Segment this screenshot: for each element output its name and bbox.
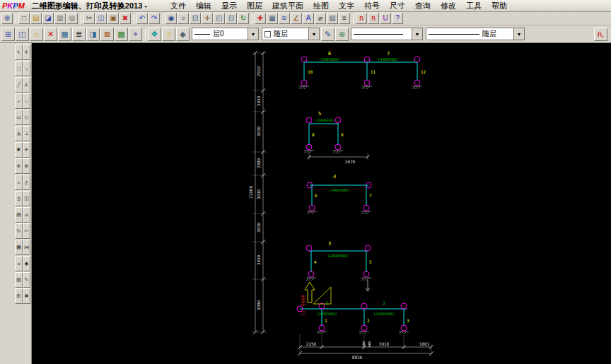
node-circle[interactable] — [363, 271, 369, 277]
drawing-text[interactable]: 6 — [315, 193, 318, 198]
paste-icon[interactable]: ▣ — [107, 13, 119, 24]
drawing-text[interactable]: 1001 — [419, 341, 430, 346]
support-symbol[interactable] — [317, 331, 327, 334]
support-symbol[interactable] — [362, 86, 372, 89]
support-symbol[interactable] — [399, 331, 409, 334]
drawing-text[interactable]: 2670 — [345, 159, 356, 164]
linewidth-combo[interactable]: 随层 ▼ — [426, 28, 525, 40]
drawing-text[interactable]: 3030 — [256, 95, 261, 106]
edit-linetype-icon[interactable]: ✎ — [321, 28, 334, 41]
drawing-text[interactable]: 7 — [387, 51, 390, 57]
drawing-text[interactable]: 3 — [407, 318, 409, 323]
drawing-text[interactable]: 3030 — [256, 189, 261, 199]
grid-tool-icon[interactable]: ▦ — [15, 240, 23, 255]
angle-icon[interactable]: ∠ — [23, 77, 30, 93]
arrow-symbol[interactable] — [305, 282, 315, 303]
wave-icon[interactable]: ≈ — [15, 175, 23, 190]
box-icon[interactable]: ▭ — [15, 110, 23, 125]
plus-icon[interactable]: ✛ — [23, 45, 30, 60]
arc-icon[interactable]: ∩ — [23, 93, 30, 109]
window-tool-icon[interactable]: ⊞ — [15, 288, 23, 304]
support-symbol[interactable] — [361, 278, 371, 281]
drawing-text[interactable]: 3910 — [379, 341, 390, 346]
view-previous-icon[interactable]: ◰ — [214, 13, 225, 24]
close-region-icon[interactable]: ⊠ — [100, 28, 114, 41]
support-symbol[interactable] — [307, 211, 317, 214]
corner-icon[interactable]: ⌐ — [15, 93, 23, 109]
delete-icon[interactable]: ✖ — [120, 13, 131, 24]
add-entity-icon[interactable]: ✚ — [255, 13, 266, 24]
zoom-in-icon[interactable]: ◉ — [165, 13, 177, 24]
drawing-text[interactable]: 3090 — [256, 300, 261, 310]
drawing-text[interactable]: 21000 — [248, 186, 253, 199]
node-circle[interactable] — [301, 80, 307, 86]
rotate-tool-icon[interactable]: ↻ — [15, 223, 23, 239]
drawing-text[interactable]: (240X600) — [319, 57, 340, 61]
drawing-text[interactable]: 11 — [371, 69, 376, 74]
menu-item-4[interactable]: 建筑平面 — [267, 0, 308, 12]
node-circle[interactable] — [306, 144, 312, 150]
z-tool-icon[interactable]: Z — [23, 175, 30, 190]
copy-tool-icon[interactable]: ◫ — [23, 191, 30, 206]
match-properties-icon[interactable]: ⊕ — [335, 28, 349, 41]
show-entities-icon[interactable]: ◫ — [16, 28, 29, 41]
drawing-text[interactable]: 8 — [312, 132, 315, 137]
structural-drawing[interactable]: 67(240X600)(240X600)1011125(240X600)8926… — [32, 43, 611, 364]
print-preview-icon[interactable]: ◎ — [66, 13, 78, 24]
support-symbol[interactable] — [299, 86, 309, 89]
diamond-icon[interactable]: ◇ — [23, 110, 30, 125]
node-circle[interactable] — [301, 57, 307, 62]
menu-item-2[interactable]: 显示 — [216, 0, 242, 12]
text-tool-icon[interactable]: A — [303, 13, 314, 24]
drawing-text[interactable]: (240X400) — [316, 312, 337, 316]
drawing-text[interactable]: 2250 — [306, 341, 317, 346]
pan-icon[interactable]: ✛ — [202, 13, 213, 24]
chevron-down-icon[interactable]: ▼ — [248, 28, 258, 40]
layer-lock-icon[interactable]: ◆ — [176, 28, 190, 41]
join-tool-icon[interactable]: ⋈ — [23, 240, 30, 255]
menu-item-10[interactable]: 修改 — [436, 0, 461, 12]
node-circle[interactable] — [364, 80, 370, 86]
drawing-text[interactable]: 3 — [328, 241, 331, 247]
drawing-text[interactable]: 1 — [325, 300, 328, 305]
drawing-canvas[interactable]: 67(240X600)(240X600)1011125(240X600)8926… — [32, 43, 611, 364]
node-circle[interactable] — [365, 245, 371, 251]
drawing-text[interactable]: 1 — [325, 318, 327, 323]
layers-tool-icon[interactable]: ▤ — [15, 207, 23, 223]
menu-item-6[interactable]: 文字 — [334, 0, 359, 12]
drawing-line[interactable] — [366, 288, 368, 291]
layer-list-icon[interactable]: ≡ — [339, 13, 350, 24]
drawing-text[interactable]: (240X600) — [327, 254, 349, 258]
node-circle[interactable] — [319, 325, 325, 331]
line-diagonal-icon[interactable]: ╱ — [15, 77, 23, 93]
asterisk-icon[interactable]: ✳ — [23, 142, 30, 158]
drawing-text[interactable]: (240X600) — [315, 118, 334, 122]
drawing-text[interactable]: 9 — [341, 132, 344, 137]
node-circle[interactable] — [414, 80, 420, 86]
support-symbol[interactable] — [361, 211, 371, 214]
menu-item-8[interactable]: 尺寸 — [385, 0, 410, 12]
circle-cross-icon[interactable]: ⊗ — [23, 158, 30, 174]
linetype-combo[interactable]: ▼ — [351, 28, 423, 40]
menu-item-7[interactable]: 符号 — [359, 0, 385, 12]
node-circle[interactable] — [308, 271, 314, 277]
drawing-text[interactable]: (240X600) — [329, 188, 350, 192]
region-icon[interactable]: ▧ — [327, 13, 338, 24]
crosshair-icon[interactable]: ⊕ — [1, 13, 13, 24]
diamond-solid-icon[interactable]: ◆ — [23, 256, 30, 271]
rectangle-icon[interactable]: □ — [15, 61, 23, 76]
drawing-text[interactable]: 8820 — [352, 355, 363, 360]
menu-item-12[interactable]: 帮助 — [487, 0, 512, 12]
menu-item-5[interactable]: 绘图 — [308, 0, 334, 12]
hatch-tool-icon[interactable]: ▧ — [15, 272, 23, 288]
zoom-out-icon[interactable]: ○ — [178, 13, 189, 24]
circle-plus-icon[interactable]: ⊕ — [15, 158, 23, 174]
support-symbol[interactable] — [333, 151, 343, 153]
drawing-text[interactable]: 2 — [367, 318, 370, 323]
circle-icon[interactable]: ○ — [23, 61, 30, 76]
diameter-dim-icon[interactable]: ⌀ — [315, 13, 326, 24]
drawing-text[interactable]: 3030 — [256, 254, 261, 265]
layer-combo[interactable]: 层0 ▼ — [192, 28, 259, 40]
drawing-line[interactable] — [368, 288, 370, 291]
view-extents-icon[interactable]: ⊟ — [226, 13, 237, 24]
